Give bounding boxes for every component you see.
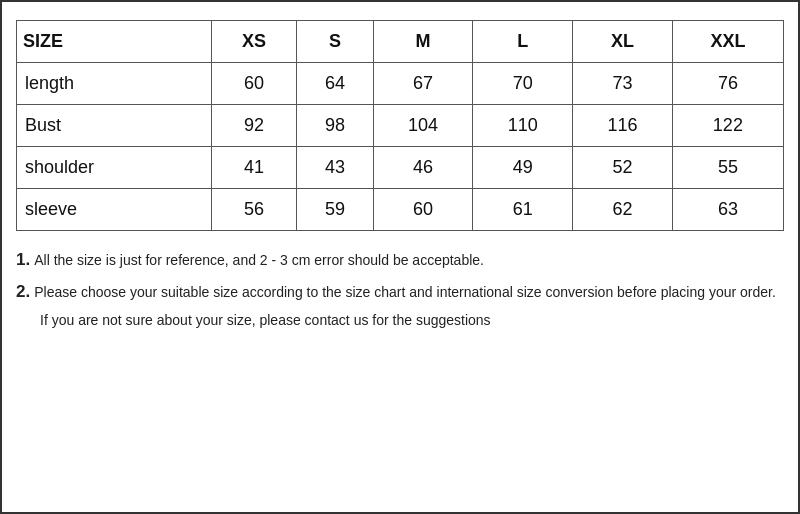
row-label-sleeve: sleeve <box>17 189 212 231</box>
row-label-bust: Bust <box>17 105 212 147</box>
cell-length-s: 64 <box>297 63 373 105</box>
col-header-xxl: XXL <box>672 21 783 63</box>
col-header-xs: XS <box>211 21 297 63</box>
size-table: SIZEXSSMLXLXXL length606467707376Bust929… <box>16 20 784 231</box>
cell-length-l: 70 <box>473 63 573 105</box>
row-label-length: length <box>17 63 212 105</box>
col-header-xl: XL <box>573 21 673 63</box>
note-number-0: 1. <box>16 250 30 269</box>
col-header-size: SIZE <box>17 21 212 63</box>
note-number-1: 2. <box>16 282 30 301</box>
table-row: shoulder414346495255 <box>17 147 784 189</box>
cell-sleeve-xs: 56 <box>211 189 297 231</box>
main-container: SIZEXSSMLXLXXL length606467707376Bust929… <box>0 0 800 514</box>
cell-sleeve-l: 61 <box>473 189 573 231</box>
note-extra: If you are not sure about your size, ple… <box>40 310 784 331</box>
col-header-s: S <box>297 21 373 63</box>
col-header-m: M <box>373 21 473 63</box>
cell-bust-m: 104 <box>373 105 473 147</box>
cell-bust-xl: 116 <box>573 105 673 147</box>
note-item-0: 1.All the size is just for reference, an… <box>16 247 784 273</box>
note-text-1: Please choose your suitable size accordi… <box>34 284 776 300</box>
cell-bust-l: 110 <box>473 105 573 147</box>
note-text-0: All the size is just for reference, and … <box>34 252 484 268</box>
note-item-1: 2.Please choose your suitable size accor… <box>16 279 784 305</box>
notes-section: 1.All the size is just for reference, an… <box>16 243 784 335</box>
cell-sleeve-s: 59 <box>297 189 373 231</box>
cell-length-xl: 73 <box>573 63 673 105</box>
row-label-shoulder: shoulder <box>17 147 212 189</box>
cell-shoulder-xxl: 55 <box>672 147 783 189</box>
cell-bust-s: 98 <box>297 105 373 147</box>
cell-sleeve-xl: 62 <box>573 189 673 231</box>
cell-shoulder-m: 46 <box>373 147 473 189</box>
table-row: Bust9298104110116122 <box>17 105 784 147</box>
cell-shoulder-l: 49 <box>473 147 573 189</box>
cell-length-m: 67 <box>373 63 473 105</box>
cell-length-xxl: 76 <box>672 63 783 105</box>
cell-bust-xs: 92 <box>211 105 297 147</box>
table-row: sleeve565960616263 <box>17 189 784 231</box>
cell-shoulder-xl: 52 <box>573 147 673 189</box>
cell-sleeve-m: 60 <box>373 189 473 231</box>
cell-shoulder-s: 43 <box>297 147 373 189</box>
cell-sleeve-xxl: 63 <box>672 189 783 231</box>
col-header-l: L <box>473 21 573 63</box>
cell-length-xs: 60 <box>211 63 297 105</box>
cell-shoulder-xs: 41 <box>211 147 297 189</box>
cell-bust-xxl: 122 <box>672 105 783 147</box>
table-header-row: SIZEXSSMLXLXXL <box>17 21 784 63</box>
table-row: length606467707376 <box>17 63 784 105</box>
